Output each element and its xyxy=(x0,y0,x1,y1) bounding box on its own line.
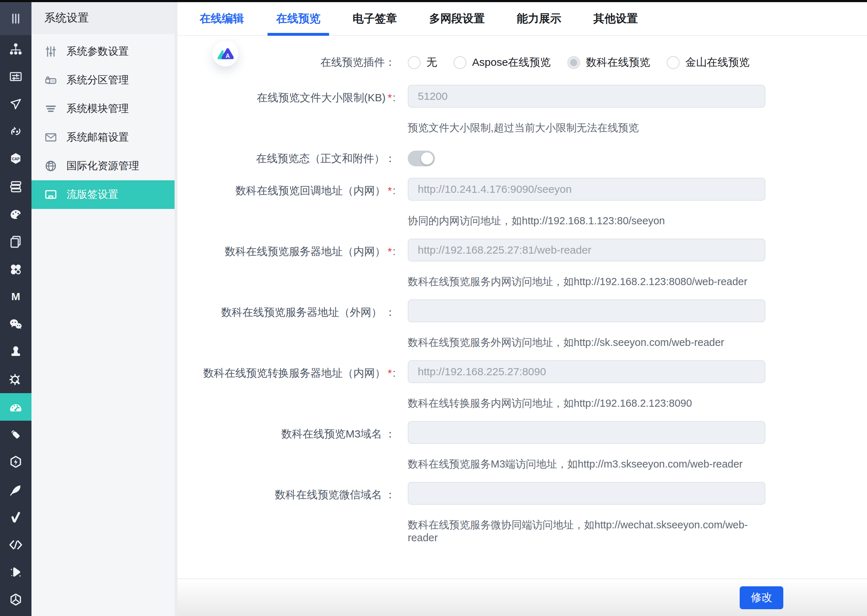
tab-online-edit[interactable]: 在线编辑 xyxy=(196,2,248,35)
code-brackets-icon xyxy=(8,537,23,552)
radio-jinshan[interactable]: 金山在线预览 xyxy=(667,55,750,70)
radio-circle-icon xyxy=(408,56,421,69)
layers-stack-icon xyxy=(9,179,23,194)
field-label: 数科在线预览微信域名： xyxy=(177,482,396,502)
rail-item-power[interactable] xyxy=(0,448,31,476)
partition-lock-icon xyxy=(44,73,58,87)
translate-logo-badge[interactable]: A xyxy=(212,41,238,66)
svg-text:M: M xyxy=(11,291,20,302)
paper-plane-icon xyxy=(9,97,23,111)
rail-item-media[interactable] xyxy=(0,558,31,586)
form-row-m3-domain: 数科在线预览M3域名： 数科在线预览服务M3端访问地址，如http://m3.s… xyxy=(177,421,867,470)
rail-item-apps[interactable] xyxy=(0,255,31,283)
v-mark-icon xyxy=(9,510,23,525)
form-row-callback-intranet: 数科在线预览回调地址（内网）*: 协同的内网访问地址，如http://192.1… xyxy=(177,178,867,227)
form-row-size-limit: 在线预览文件大小限制(KB)*: 预览文件大小限制,超过当前大小限制无法在线预览 xyxy=(177,85,867,134)
server-internet-input[interactable] xyxy=(408,299,765,322)
wechat-domain-input[interactable] xyxy=(408,482,765,505)
modify-button[interactable]: 修改 xyxy=(740,586,783,609)
rail-item-v[interactable] xyxy=(0,503,31,531)
palette-icon xyxy=(8,207,23,222)
online-preview-form: 在线预览插件： 无 Aspose在线预览 数科在线预览 金山在线预览 xyxy=(177,36,867,544)
field-label: 在线预览文件大小限制(KB)*: xyxy=(177,85,396,105)
radio-circle-icon xyxy=(567,56,580,69)
rail-item-config[interactable] xyxy=(0,366,31,393)
field-label: 数科在线预览M3域名： xyxy=(177,421,396,442)
field-help-text: 数科在线预览服务微协同端访问地址，如http://wechat.skseeyon… xyxy=(408,519,765,544)
icon-rail: CAP M xyxy=(0,2,31,616)
sidebar-content-divider xyxy=(174,2,177,616)
sidebar-item-system-params[interactable]: 系统参数设置 xyxy=(31,37,174,66)
radio-aspose[interactable]: Aspose在线预览 xyxy=(454,55,551,70)
sidebar-item-partition[interactable]: 系统分区管理 xyxy=(31,66,174,94)
rail-item-fan[interactable] xyxy=(0,586,31,613)
server-intranet-input[interactable] xyxy=(408,239,765,261)
link-loop-icon xyxy=(9,124,23,139)
convert-server-input[interactable] xyxy=(408,360,765,383)
globe-icon xyxy=(44,159,58,173)
radio-shuke[interactable]: 数科在线预览 xyxy=(567,55,650,70)
top-strip xyxy=(0,0,867,2)
tab-bar: 在线编辑 在线预览 电子签章 多网段设置 能力展示 其他设置 xyxy=(177,2,867,36)
tab-other-settings[interactable]: 其他设置 xyxy=(590,2,641,35)
org-chart-icon xyxy=(9,42,23,56)
sidebar-item-label: 系统模块管理 xyxy=(66,102,129,116)
radio-label: 无 xyxy=(426,55,437,70)
rail-item-send[interactable] xyxy=(0,90,31,118)
tab-capability[interactable]: 能力展示 xyxy=(513,2,565,35)
rail-item-sign[interactable] xyxy=(0,476,31,503)
sidebar: 系统设置 系统参数设置 系统分区管理 系统模块管理 系统邮箱设置 xyxy=(31,2,174,616)
rail-item-code[interactable] xyxy=(0,531,31,558)
sidebar-item-modules[interactable]: 系统模块管理 xyxy=(31,94,174,123)
rail-item-dashboard[interactable] xyxy=(0,393,31,421)
rail-item-wechat[interactable] xyxy=(0,311,31,338)
rail-item-layers[interactable] xyxy=(0,173,31,200)
field-help-text: 数科在线预览服务M3端访问地址，如http://m3.skseeyon.com/… xyxy=(408,457,765,470)
rail-item-panel[interactable] xyxy=(0,63,31,90)
rail-item-m3[interactable]: M xyxy=(0,283,31,311)
rail-item-docs[interactable] xyxy=(0,228,31,255)
radio-label: 数科在线预览 xyxy=(586,55,650,70)
field-help-text: 协同的内网访问地址，如http://192.168.1.123:80/seeyo… xyxy=(408,214,765,227)
hex-lightning-icon xyxy=(8,455,23,470)
rail-item-cap[interactable]: CAP xyxy=(0,145,31,173)
preview-state-toggle[interactable] xyxy=(408,151,435,167)
rail-item-usb[interactable] xyxy=(0,421,31,448)
main-content: 在线编辑 在线预览 电子签章 多网段设置 能力展示 其他设置 A 在线预览插件：… xyxy=(177,2,867,616)
usb-drive-icon xyxy=(8,427,23,442)
tab-online-preview[interactable]: 在线预览 xyxy=(273,2,324,35)
dashboard-gauge-icon xyxy=(8,399,24,415)
rail-collapse-button[interactable] xyxy=(0,2,31,35)
toggle-label: 在线预览态（正文和附件）： xyxy=(177,151,396,166)
sidebar-item-mailbox[interactable]: 系统邮箱设置 xyxy=(31,123,174,152)
size-limit-input[interactable] xyxy=(408,85,765,108)
rail-item-theme[interactable] xyxy=(0,200,31,228)
field-label: 数科在线预览转换服务器地址（内网）*: xyxy=(177,360,396,380)
callback-intranet-input[interactable] xyxy=(408,178,765,201)
sidebar-item-stream-signature[interactable]: 流版签设置 xyxy=(31,180,174,209)
rail-item-org[interactable] xyxy=(0,35,31,63)
mail-icon xyxy=(44,130,58,145)
tab-e-signature[interactable]: 电子签章 xyxy=(349,2,401,35)
sidebar-item-label: 系统参数设置 xyxy=(66,44,129,59)
clover-icon xyxy=(9,262,23,277)
monitor-icon xyxy=(44,187,58,202)
rail-item-stamp[interactable] xyxy=(0,338,31,366)
toggle-knob-icon xyxy=(421,152,433,165)
rail-item-link[interactable] xyxy=(0,118,31,145)
field-help-text: 数科在线预览服务外网访问地址，如http://sk.seeyon.com/web… xyxy=(408,336,765,349)
tab-multi-network[interactable]: 多网段设置 xyxy=(426,2,488,35)
sidebar-item-label: 流版签设置 xyxy=(66,187,118,202)
radio-none[interactable]: 无 xyxy=(408,55,437,70)
field-label: 数科在线预览回调地址（内网）*: xyxy=(177,178,396,198)
m-logo-icon: M xyxy=(8,289,23,305)
sidebar-item-label: 系统分区管理 xyxy=(66,73,129,87)
stamp-icon xyxy=(9,345,23,359)
radio-label: Aspose在线预览 xyxy=(472,55,551,70)
form-row-server-internet: 数科在线预览服务器地址（外网）： 数科在线预览服务外网访问地址，如http://… xyxy=(177,299,867,349)
plugin-radio-row: 在线预览插件： 无 Aspose在线预览 数科在线预览 金山在线预览 xyxy=(177,55,867,70)
radio-circle-icon xyxy=(454,56,466,69)
m3-domain-input[interactable] xyxy=(408,421,765,444)
plugin-radio-label: 在线预览插件： xyxy=(177,55,396,70)
sidebar-item-i18n[interactable]: 国际化资源管理 xyxy=(31,152,174,180)
